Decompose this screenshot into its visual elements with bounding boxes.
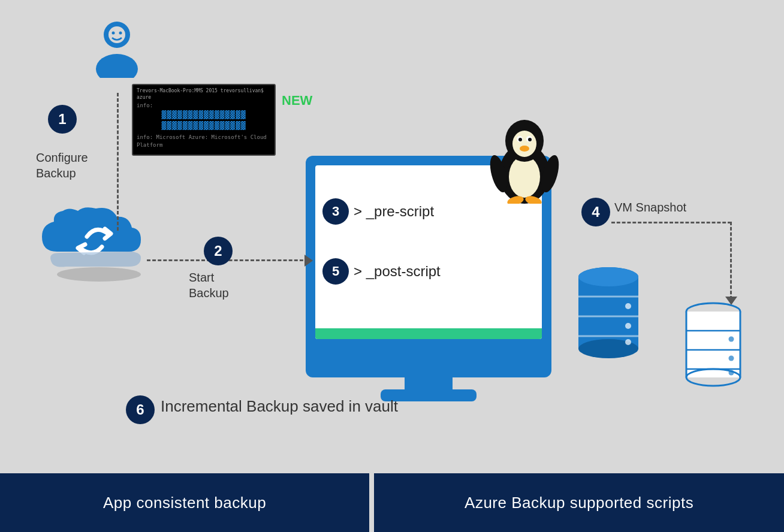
penguin-icon xyxy=(486,108,563,206)
svg-point-27 xyxy=(625,339,631,345)
step-4-circle: 4 xyxy=(581,198,610,226)
dashed-snapshot-v xyxy=(730,222,732,300)
step-3-circle: 3 xyxy=(322,198,349,225)
svg-point-39 xyxy=(729,370,734,376)
arrow-down-tip xyxy=(725,297,737,305)
monitor-stand xyxy=(405,377,453,401)
user-icon-container xyxy=(90,18,144,78)
bottom-bar: App consistent backup Azure Backup suppo… xyxy=(0,473,784,532)
monitor-green-bar xyxy=(315,328,542,339)
svg-point-12 xyxy=(518,138,522,141)
main-content: 1 ConfigureBackup Trevors-MacBook-Pro:MM… xyxy=(0,0,784,473)
step-5-circle: 5 xyxy=(322,258,349,285)
dashed-line-vertical xyxy=(117,93,119,231)
terminal-screenshot: Trevors-MacBook-Pro:MMS 2015 trevorsulli… xyxy=(132,84,276,156)
svg-point-28 xyxy=(578,267,638,286)
new-badge: NEW xyxy=(282,93,312,108)
svg-point-37 xyxy=(729,337,734,342)
bottom-right-panel: Azure Backup supported scripts xyxy=(374,473,784,532)
step-3-area: 3 > _pre-script xyxy=(322,198,434,225)
step-6-label: Incremental Backup saved in vault xyxy=(161,397,398,416)
bottom-left-label: App consistent backup xyxy=(103,494,266,512)
step-6-circle: 6 xyxy=(126,395,155,424)
svg-rect-20 xyxy=(578,277,638,349)
svg-point-9 xyxy=(512,131,536,157)
svg-point-26 xyxy=(625,323,631,329)
db-destination xyxy=(683,300,743,398)
svg-point-38 xyxy=(729,356,734,361)
step-3-label: > _pre-script xyxy=(354,203,434,220)
cloud-icon xyxy=(36,204,156,284)
user-icon xyxy=(90,18,144,78)
svg-point-14 xyxy=(520,146,529,152)
arrow-right xyxy=(304,255,313,267)
step-2-circle: 2 xyxy=(204,237,233,265)
svg-point-5 xyxy=(57,267,141,282)
svg-point-13 xyxy=(528,138,532,141)
step-5-label: > _post-script xyxy=(354,263,441,280)
svg-point-7 xyxy=(509,156,540,198)
step-1-circle: 1 xyxy=(48,105,77,134)
step-4-label: VM Snapshot xyxy=(614,201,686,214)
bottom-left-panel: App consistent backup xyxy=(0,473,369,532)
db-source xyxy=(575,264,641,368)
dashed-snapshot-h xyxy=(611,222,731,223)
svg-point-1 xyxy=(96,54,138,78)
bottom-right-label: Azure Backup supported scripts xyxy=(465,494,693,512)
step-5-area: 5 > _post-script xyxy=(322,258,441,285)
svg-point-4 xyxy=(119,32,122,35)
svg-rect-30 xyxy=(686,312,740,377)
svg-point-3 xyxy=(112,32,115,35)
svg-point-25 xyxy=(625,303,631,309)
step-2-label: StartBackup xyxy=(189,270,229,301)
step-1-label: ConfigureBackup xyxy=(36,150,88,181)
